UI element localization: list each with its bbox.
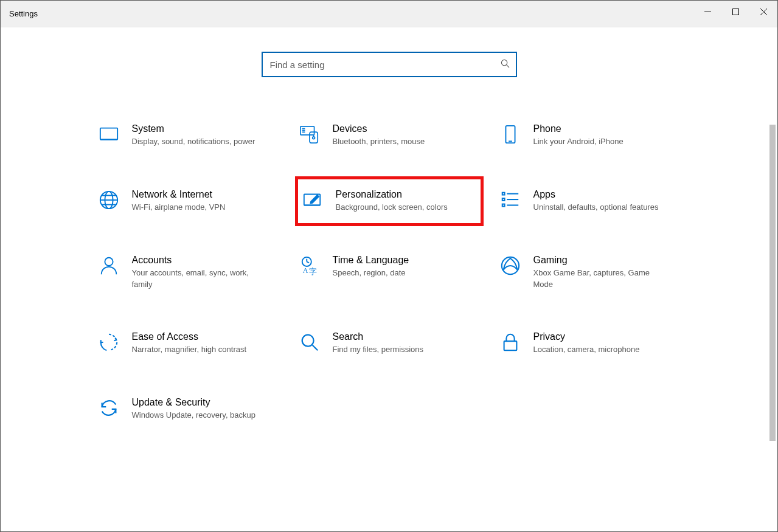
tile-update-security[interactable]: Update & Security Windows Update, recove… bbox=[94, 393, 283, 425]
svg-rect-12 bbox=[310, 132, 318, 143]
tile-network[interactable]: Network & Internet Wi-Fi, airplane mode,… bbox=[94, 185, 283, 217]
svg-point-37 bbox=[302, 335, 313, 347]
tile-desc: Find my files, permissions bbox=[333, 344, 424, 356]
devices-icon bbox=[299, 123, 321, 145]
tile-title: Apps bbox=[533, 189, 659, 200]
tile-system[interactable]: System Display, sound, notifications, po… bbox=[94, 120, 283, 151]
svg-rect-39 bbox=[504, 341, 516, 350]
window-title: Settings bbox=[1, 9, 38, 18]
svg-text:字: 字 bbox=[309, 267, 317, 276]
tile-desc: Background, lock screen, colors bbox=[336, 202, 448, 213]
tile-title: Accounts bbox=[132, 255, 260, 266]
tile-title: Time & Language bbox=[333, 255, 409, 266]
titlebar: Settings bbox=[1, 1, 777, 27]
close-icon bbox=[760, 9, 767, 15]
tile-title: Privacy bbox=[533, 331, 640, 342]
tile-title: Network & Internet bbox=[132, 189, 226, 200]
system-icon bbox=[98, 123, 120, 145]
svg-rect-24 bbox=[502, 193, 504, 195]
svg-rect-15 bbox=[505, 126, 515, 143]
svg-rect-26 bbox=[502, 198, 504, 201]
tile-personalization[interactable]: Personalization Background, lock screen,… bbox=[295, 176, 484, 226]
tile-desc: Display, sound, notifications, power bbox=[132, 136, 255, 148]
maximize-button[interactable] bbox=[721, 2, 749, 22]
tile-title: Ease of Access bbox=[132, 331, 247, 342]
time-language-icon: A字 bbox=[299, 255, 321, 277]
svg-point-4 bbox=[501, 60, 507, 65]
svg-line-33 bbox=[307, 261, 309, 263]
tile-search[interactable]: Search Find my files, permissions bbox=[295, 328, 484, 359]
main-content: System Display, sound, notifications, po… bbox=[1, 27, 777, 531]
privacy-icon bbox=[499, 331, 521, 353]
svg-point-30 bbox=[105, 257, 113, 265]
tile-desc: Uninstall, defaults, optional features bbox=[533, 202, 659, 213]
settings-grid: System Display, sound, notifications, po… bbox=[94, 120, 684, 425]
search-icon bbox=[501, 59, 510, 70]
svg-rect-1 bbox=[732, 9, 738, 15]
tile-title: Update & Security bbox=[132, 397, 256, 408]
tile-desc: Bluetooth, printers, mouse bbox=[333, 136, 425, 148]
personalization-icon bbox=[302, 189, 324, 211]
search-input[interactable] bbox=[270, 60, 501, 70]
tile-title: Gaming bbox=[533, 255, 661, 266]
tile-desc: Location, camera, microphone bbox=[533, 344, 640, 356]
minimize-button[interactable] bbox=[693, 2, 721, 22]
gaming-icon bbox=[499, 255, 521, 277]
tile-title: Phone bbox=[533, 123, 623, 134]
tile-ease-of-access[interactable]: Ease of Access Narrator, magnifier, high… bbox=[94, 328, 283, 359]
minimize-icon bbox=[704, 9, 711, 15]
ease-of-access-icon bbox=[98, 331, 120, 353]
svg-point-13 bbox=[312, 137, 314, 139]
svg-rect-6 bbox=[100, 128, 117, 140]
tile-devices[interactable]: Devices Bluetooth, printers, mouse bbox=[295, 120, 484, 151]
svg-line-5 bbox=[506, 65, 509, 67]
accounts-icon bbox=[98, 255, 120, 277]
phone-icon bbox=[499, 123, 521, 145]
tile-desc: Speech, region, date bbox=[333, 268, 409, 279]
tile-desc: Link your Android, iPhone bbox=[533, 136, 623, 148]
update-icon bbox=[98, 397, 120, 419]
tile-title: Devices bbox=[333, 123, 425, 134]
apps-icon bbox=[499, 189, 521, 211]
svg-text:A: A bbox=[302, 266, 308, 275]
svg-rect-28 bbox=[502, 204, 504, 206]
network-icon bbox=[98, 189, 120, 211]
window-controls bbox=[693, 6, 777, 22]
tile-title: Personalization bbox=[336, 189, 448, 200]
tile-title: System bbox=[132, 123, 255, 134]
search-category-icon bbox=[299, 331, 321, 353]
maximize-icon bbox=[732, 9, 739, 15]
tile-gaming[interactable]: Gaming Xbox Game Bar, captures, Game Mod… bbox=[496, 251, 684, 294]
tile-desc: Narrator, magnifier, high contrast bbox=[132, 344, 247, 356]
scrollbar-thumb[interactable] bbox=[769, 125, 776, 441]
tile-apps[interactable]: Apps Uninstall, defaults, optional featu… bbox=[496, 185, 684, 217]
tile-title: Search bbox=[333, 331, 424, 342]
tile-accounts[interactable]: Accounts Your accounts, email, sync, wor… bbox=[94, 251, 283, 294]
search-box[interactable] bbox=[262, 52, 517, 77]
tile-desc: Wi-Fi, airplane mode, VPN bbox=[132, 202, 226, 213]
tile-privacy[interactable]: Privacy Location, camera, microphone bbox=[496, 328, 684, 359]
tile-desc: Your accounts, email, sync, work, family bbox=[132, 268, 260, 291]
tile-time[interactable]: A字 Time & Language Speech, region, date bbox=[295, 251, 484, 294]
tile-desc: Xbox Game Bar, captures, Game Mode bbox=[533, 268, 661, 291]
svg-line-38 bbox=[312, 345, 318, 351]
tile-desc: Windows Update, recovery, backup bbox=[132, 410, 256, 421]
scrollbar[interactable] bbox=[768, 27, 777, 531]
tile-phone[interactable]: Phone Link your Android, iPhone bbox=[496, 120, 684, 151]
close-button[interactable] bbox=[749, 2, 777, 22]
